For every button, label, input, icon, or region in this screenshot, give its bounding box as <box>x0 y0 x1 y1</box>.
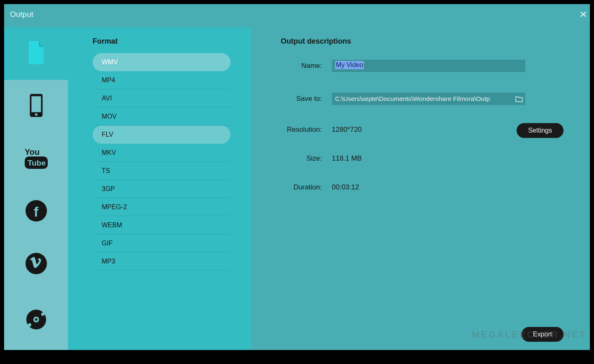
format-item-3gp[interactable]: 3GP <box>93 180 231 198</box>
format-item-avi[interactable]: AVI <box>93 89 231 107</box>
format-item-flv[interactable]: FLV <box>93 126 231 144</box>
row-size: Size: 118.1 MB <box>281 154 564 163</box>
value-size: 118.1 MB <box>332 154 362 163</box>
format-title: Format <box>93 37 231 46</box>
svg-point-2 <box>35 113 37 116</box>
label-saveto: Save to: <box>281 95 322 103</box>
phone-icon <box>26 93 46 119</box>
settings-button[interactable]: Settings <box>517 123 564 138</box>
format-item-webm[interactable]: WEBM <box>93 216 231 234</box>
format-item-mpeg2[interactable]: MPEG-2 <box>93 198 231 216</box>
name-input[interactable] <box>332 60 525 72</box>
row-saveto: Save to: C:\Users\septe\Documents\Wonder… <box>281 93 564 105</box>
svg-text:Tube: Tube <box>28 159 46 167</box>
facebook-icon: f <box>26 200 47 223</box>
saveto-field[interactable]: C:\Users\septe\Documents\Wondershare Fil… <box>332 93 525 105</box>
browse-folder-icon[interactable] <box>515 96 523 102</box>
export-bar: Export <box>522 327 564 342</box>
value-duration: 00:03:12 <box>332 183 359 191</box>
window-title: Output <box>10 10 33 19</box>
format-item-gif[interactable]: GIF <box>93 234 231 252</box>
export-button[interactable]: Export <box>522 327 564 342</box>
svg-text:You: You <box>25 147 40 156</box>
label-size: Size: <box>281 154 322 163</box>
label-name: Name: <box>281 62 322 70</box>
sidebar: YouTube f <box>4 27 68 350</box>
svg-rect-1 <box>31 96 41 112</box>
label-resolution: Resolution: <box>281 126 322 134</box>
format-item-wmv[interactable]: WMV <box>93 53 231 71</box>
svg-point-12 <box>28 323 31 327</box>
sidebar-item-device[interactable] <box>4 80 68 133</box>
vimeo-icon <box>26 253 47 276</box>
format-item-ts[interactable]: TS <box>93 162 231 180</box>
row-name: Name: My Video <box>281 60 564 72</box>
saveto-path: C:\Users\septe\Documents\Wondershare Fil… <box>335 95 490 103</box>
disc-icon <box>26 309 47 332</box>
value-resolution: 1280*720 <box>332 126 362 134</box>
youtube-icon: YouTube <box>25 147 48 170</box>
file-icon <box>27 41 45 66</box>
format-item-mkv[interactable]: MKV <box>93 144 231 162</box>
window-body: YouTube f Format WM <box>4 25 590 350</box>
format-list: WMV MP4 AVI MOV FLV MKV TS 3GP MPEG-2 WE… <box>93 53 231 271</box>
sidebar-item-youtube[interactable]: YouTube <box>4 133 68 185</box>
format-item-mov[interactable]: MOV <box>93 107 231 126</box>
row-duration: Duration: 00:03:12 <box>281 183 564 191</box>
titlebar: Output × <box>4 4 590 25</box>
close-icon[interactable]: × <box>579 9 587 20</box>
svg-point-13 <box>41 313 44 316</box>
output-window: Output × YouTube f <box>4 4 590 350</box>
format-panel: Format WMV MP4 AVI MOV FLV MKV TS 3GP MP… <box>68 27 251 350</box>
row-resolution: Resolution: 1280*720 Settings <box>281 126 564 134</box>
sidebar-item-facebook[interactable]: f <box>4 185 68 238</box>
sidebar-item-vimeo[interactable] <box>4 238 68 291</box>
format-item-mp3[interactable]: MP3 <box>93 252 231 271</box>
details-title: Output descriptions <box>281 37 564 46</box>
sidebar-item-format[interactable] <box>4 27 68 80</box>
sidebar-item-dvd[interactable] <box>4 291 68 350</box>
details-panel: Output descriptions Name: My Video Save … <box>251 27 590 350</box>
format-item-mp4[interactable]: MP4 <box>93 71 231 89</box>
label-duration: Duration: <box>281 183 322 191</box>
svg-point-11 <box>35 318 37 321</box>
svg-text:f: f <box>34 204 39 219</box>
